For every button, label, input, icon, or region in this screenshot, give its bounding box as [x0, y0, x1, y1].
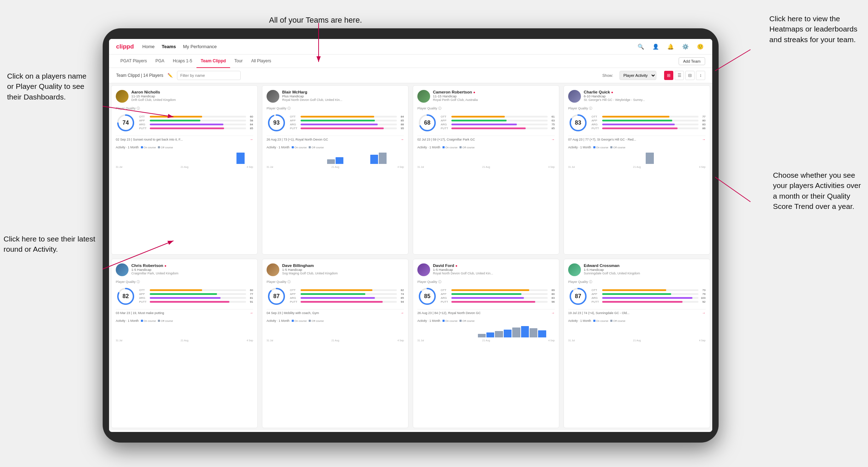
activity-legend: On course Off course [292, 319, 324, 323]
quality-circle[interactable]: 68 [417, 113, 437, 133]
player-name[interactable]: Aaron Nicholls [131, 90, 253, 94]
quality-section[interactable]: 83 OTT 77 APP 80 ARG 83 [568, 113, 706, 133]
player-handicap: 1-5 Handicap [433, 268, 555, 272]
stat-value: 103 [700, 296, 706, 300]
profile-icon[interactable]: 👤 [651, 42, 661, 52]
nav-logo[interactable]: clippd [116, 43, 134, 50]
stat-bar-fill [602, 116, 669, 118]
nav-my-performance[interactable]: My Performance [183, 42, 217, 51]
stat-bar-bg [150, 293, 246, 295]
grid-view-button[interactable]: ⊞ [664, 71, 673, 80]
quality-circle[interactable]: 82 [116, 286, 136, 306]
last-round-arrow[interactable]: → [551, 137, 555, 141]
last-round[interactable]: 19 Jul 23 | 74 (+4), Sunningdale GC - Ol… [568, 309, 706, 316]
stat-bar-bg [602, 301, 698, 303]
stat-bar-fill [451, 124, 517, 125]
quality-section[interactable]: 87 OTT 73 APP 79 ARG 103 [568, 286, 706, 306]
last-round-arrow[interactable]: → [250, 137, 253, 141]
stat-row: OTT 89 [441, 289, 555, 292]
last-round[interactable]: 02 Jul 23 | 59 (+17), Craigmillar Park G… [417, 136, 555, 143]
stat-bar-fill [602, 120, 672, 121]
stat-value: 83 [549, 296, 555, 300]
stats-bars: OTT 60 APP 58 ARG 84 PUTT 8 [139, 115, 253, 131]
stat-bar-fill [451, 127, 526, 129]
last-round-arrow[interactable]: → [551, 311, 555, 315]
player-info: Cameron Robertson ● 11-15 Handicap Royal… [433, 90, 555, 102]
last-round-arrow[interactable]: → [400, 137, 404, 141]
show-select[interactable]: Player Activity [619, 71, 656, 80]
quality-circle[interactable]: 83 [568, 113, 588, 133]
add-team-button[interactable]: Add Team [679, 57, 705, 65]
tab-team-clippd[interactable]: Team Clippd [196, 55, 230, 68]
chart-label-end: 4 Sep [398, 339, 404, 342]
quality-circle[interactable]: 87 [568, 286, 588, 306]
list-view-button[interactable]: ☰ [675, 71, 684, 80]
last-round-arrow[interactable]: → [702, 311, 706, 315]
player-club: Craigmillar Park, United Kingdom [131, 272, 253, 275]
last-round[interactable]: 07 Aug 23 | 77 (+7), St George's Hill GC… [568, 136, 706, 143]
quality-section[interactable]: 68 OTT 61 APP 63 ARG 75 [417, 113, 555, 133]
quality-section[interactable]: 82 OTT 60 APP 77 ARG 81 [116, 286, 253, 306]
search-icon[interactable]: 🔍 [636, 42, 646, 52]
last-round-text: 03 Mar 23 | 19, Must make putting [116, 311, 164, 315]
tab-tour[interactable]: Tour [230, 55, 247, 68]
filter-button[interactable]: ⊟ [685, 71, 695, 80]
quality-section[interactable]: 93 OTT 84 APP 85 ARG 88 [267, 113, 404, 133]
stat-row: APP 80 [441, 292, 555, 296]
stat-value: 82 [398, 289, 404, 292]
stat-row: APP 85 [290, 119, 404, 122]
tab-hcaps[interactable]: Hcaps 1-5 [169, 55, 196, 68]
player-info: Chris Robertson ● 1-5 Handicap Craigmill… [131, 263, 253, 275]
quality-section[interactable]: 85 OTT 89 APP 80 ARG 83 [417, 286, 555, 306]
sort-button[interactable]: ↕ [696, 71, 705, 80]
last-round[interactable]: 03 Mar 23 | 19, Must make putting → [116, 309, 253, 316]
legend-off-label: Off course [613, 146, 625, 149]
player-name[interactable]: Cameron Robertson ● [433, 90, 555, 94]
quality-section[interactable]: 87 OTT 82 APP 74 ARG 85 [267, 286, 404, 306]
last-round-arrow[interactable]: → [400, 311, 404, 315]
chart-area: 31 Jul 21 Aug 4 Sep [116, 150, 253, 168]
nav-links: Home Teams My Performance [142, 42, 636, 51]
user-avatar-icon[interactable]: 🙂 [695, 42, 705, 52]
nav-home[interactable]: Home [142, 42, 155, 51]
quality-circle[interactable]: 87 [267, 286, 286, 306]
last-round[interactable]: 26 Aug 23 | 84 (+12), Royal North Devon … [417, 309, 555, 316]
settings-icon[interactable]: ⚙️ [680, 42, 690, 52]
stat-bar-fill [602, 289, 666, 291]
last-round-arrow[interactable]: → [702, 137, 706, 141]
quality-score: 83 [575, 120, 581, 126]
player-name[interactable]: Blair McHarg [282, 90, 404, 94]
quality-circle[interactable]: 93 [267, 113, 286, 133]
chart-area: 31 Jul 21 Aug 4 Sep [267, 324, 404, 342]
stat-bar-bg [451, 293, 548, 295]
player-name[interactable]: Dave Billingham [282, 263, 404, 268]
stat-label: OTT [290, 115, 299, 118]
player-name[interactable]: Charlie Quick ● [584, 90, 706, 94]
stat-bar-fill [602, 297, 692, 299]
stat-row: APP 58 [139, 119, 253, 122]
player-name[interactable]: David Ford ● [433, 263, 555, 268]
stat-label: APP [592, 119, 601, 122]
quality-circle[interactable]: 85 [417, 286, 437, 306]
stat-label: OTT [441, 289, 450, 292]
tab-all-players[interactable]: All Players [247, 55, 275, 68]
quality-circle[interactable]: 74 [116, 113, 136, 133]
player-name[interactable]: Chris Robertson ● [131, 263, 253, 268]
stat-value: 92 [700, 300, 706, 303]
chart-label-start: 31 Jul [568, 166, 575, 168]
last-round[interactable]: 26 Aug 23 | 73 (+1), Royal North Devon G… [267, 136, 404, 143]
tab-pga[interactable]: PGA [151, 55, 169, 68]
edit-icon[interactable]: ✏️ [167, 73, 173, 78]
notifications-icon[interactable]: 🔔 [666, 42, 675, 52]
chart-labels: 31 Jul 21 Aug 4 Sep [116, 339, 253, 342]
last-round[interactable]: 04 Sep 23 | Mobility with coach, Gym → [267, 309, 404, 316]
tab-pgat[interactable]: PGAT Players [116, 55, 151, 68]
last-round-arrow[interactable]: → [250, 311, 253, 315]
nav-teams[interactable]: Teams [162, 42, 176, 51]
player-name[interactable]: Edward Crossman [584, 263, 706, 268]
stat-value: 77 [247, 292, 253, 296]
quality-section[interactable]: 74 OTT 60 APP 58 ARG 84 [116, 113, 253, 133]
team-search-input[interactable] [177, 71, 241, 80]
stat-bar-bg [451, 116, 548, 118]
last-round[interactable]: 02 Sep 23 | Sunset round to get back int… [116, 136, 253, 143]
